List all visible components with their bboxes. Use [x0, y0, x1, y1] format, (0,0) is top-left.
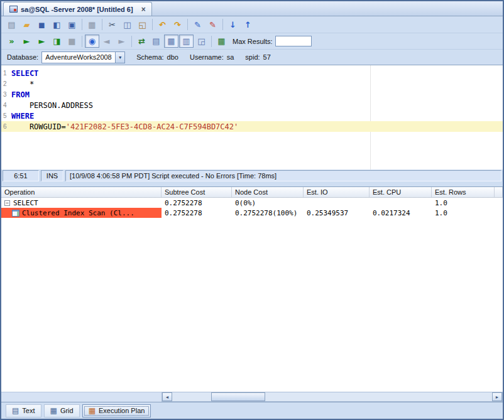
clustered-index-scan-icon [12, 210, 19, 217]
plan-table-header: Operation Subtree Cost Node Cost Est. IO… [1, 187, 503, 198]
tab-execution-plan[interactable]: ▦ Execution Plan [82, 404, 151, 417]
results-text-toggle[interactable]: ▤ [149, 35, 163, 48]
undo-button[interactable]: ↶ [155, 18, 170, 31]
arrow-up-icon: ↑ [244, 21, 251, 29]
execute-fetch-all-button[interactable]: ► [35, 35, 49, 48]
close-tab-icon[interactable]: × [141, 5, 146, 14]
schema-value: dbo [167, 53, 178, 61]
est-io-value [304, 198, 370, 208]
code-line: 1 SELECT [1, 68, 503, 78]
arrow-right-icon: ► [119, 37, 125, 45]
column-header-est-cpu[interactable]: Est. CPU [370, 187, 432, 197]
scrollbar-track[interactable] [172, 392, 492, 401]
save-button[interactable]: ◼ [35, 18, 49, 31]
est-rows-value: 1.0 [432, 198, 495, 208]
next-statement-button[interactable]: ► [114, 35, 129, 48]
paste-button[interactable]: ◱ [135, 18, 150, 31]
cursor-position-field: 6:51 [3, 170, 39, 181]
scrollbar-thumb[interactable] [211, 392, 265, 401]
spid-label: spid: [245, 53, 260, 61]
execution-plan-panel: Operation Subtree Cost Node Cost Est. IO… [1, 186, 503, 402]
save-as-icon: ◧ [53, 21, 60, 29]
save-all-button[interactable]: ▣ [65, 18, 79, 31]
paste-icon: ◱ [138, 21, 146, 29]
status-bar: 6:51 INS [10/9/08 4:06:58 PM PDT] Script… [1, 170, 503, 182]
toolbar-separator [211, 36, 212, 47]
text-results-icon: ▤ [152, 37, 160, 45]
play-fetch-icon: ► [39, 37, 45, 45]
describe-table-button[interactable]: ▦ [214, 35, 229, 48]
code-line: 3 FROM [1, 89, 503, 100]
column-header-est-io[interactable]: Est. IO [304, 187, 370, 197]
redo-button[interactable]: ↷ [170, 18, 185, 31]
export-results-button[interactable]: ◲ [194, 35, 209, 48]
execute-button[interactable]: ► [19, 35, 34, 48]
execute-all-button[interactable]: » [4, 35, 19, 48]
results-single-row-toggle[interactable]: ▥ [179, 35, 194, 48]
cut-button[interactable]: ✂ [105, 18, 119, 31]
pencil-blue-icon: ✎ [194, 21, 201, 29]
plan-row-clustered-index-scan[interactable]: Clustered Index Scan (Cl... 0.2752278 0.… [1, 208, 503, 218]
line-number: 4 [1, 102, 11, 109]
toolbar-separator [82, 36, 82, 47]
username-label: Username: [190, 53, 224, 61]
tab-grid[interactable]: ▦ Grid [44, 404, 80, 417]
print-button[interactable]: ▦ [85, 18, 99, 31]
scrollbar-spacer [1, 392, 162, 402]
swap-arrows-icon: ⇄ [138, 37, 145, 45]
edit-tool-2-button[interactable]: ✎ [205, 18, 220, 31]
code-line: 5 WHERE [1, 110, 503, 121]
save-all-icon: ▣ [68, 21, 75, 29]
copy-button[interactable]: ◫ [120, 18, 134, 31]
row-results-icon: ▥ [182, 37, 190, 45]
reconnect-button[interactable]: ⇄ [134, 35, 149, 48]
save-as-button[interactable]: ◧ [50, 18, 64, 31]
column-header-node-cost[interactable]: Node Cost [232, 187, 304, 197]
scroll-right-icon[interactable]: ► [492, 392, 502, 401]
chevron-down-icon[interactable]: ▼ [115, 52, 124, 63]
column-header-operation[interactable]: Operation [1, 187, 162, 197]
collapse-toggle-icon[interactable]: − [4, 200, 10, 206]
save-icon: ◼ [38, 21, 45, 29]
redo-arrow-icon: ↷ [174, 21, 181, 29]
node-cost-value: 0(0%) [232, 198, 304, 208]
stop-icon: ■ [68, 37, 75, 45]
new-file-button[interactable]: ▤ [4, 18, 19, 31]
tab-text[interactable]: ▤ Text [6, 404, 41, 417]
limit-results-toggle[interactable]: ◉ [85, 35, 99, 48]
sql-editor[interactable]: 1 SELECT 2 * 3 FROM 4 PERSON.ADDRESS 5 W… [1, 65, 503, 170]
execute-batch-button[interactable]: ◨ [50, 35, 64, 48]
document-tab[interactable]: sa@SQL -Server 2008* [Untitled 6] × [3, 2, 152, 16]
previous-statement-button[interactable]: ◄ [99, 35, 114, 48]
database-select[interactable]: AdventureWorks2008 ▼ [41, 51, 125, 63]
sort-descending-button[interactable]: ↑ [241, 18, 255, 31]
arrow-left-icon: ◄ [104, 37, 110, 45]
copy-icon: ◫ [123, 21, 131, 29]
pencil-red-icon: ✎ [209, 21, 216, 29]
max-results-input[interactable] [275, 36, 312, 46]
open-file-button[interactable]: ▰ [19, 18, 34, 31]
status-message-field: [10/9/08 4:06:58 PM PDT] Script executed… [65, 170, 501, 181]
panel-splitter[interactable] [1, 182, 503, 186]
stop-button[interactable]: ■ [65, 35, 79, 48]
horizontal-scrollbar[interactable]: ◄ ► [162, 392, 503, 402]
column-header-est-rows[interactable]: Est. Rows [432, 187, 495, 197]
sort-ascending-button[interactable]: ↓ [226, 18, 240, 31]
est-cpu-value [370, 198, 432, 208]
plan-row-select[interactable]: − SELECT 0.2752278 0(0%) 1.0 [1, 198, 503, 208]
grid-results-icon: ▦ [50, 406, 57, 415]
results-grid-toggle[interactable]: ▦ [164, 35, 178, 48]
column-header-subtree-cost[interactable]: Subtree Cost [162, 187, 232, 197]
execution-plan-icon: ▦ [89, 406, 96, 415]
line-number: 2 [1, 80, 11, 87]
text-results-icon: ▤ [12, 406, 19, 415]
execute-toolbar: »►►◨■ ◉ ◄► ⇄ ▤▦▥◲ ▦ Max Results: [1, 33, 503, 50]
open-folder-icon: ▰ [24, 21, 30, 29]
undo-arrow-icon: ↶ [159, 21, 166, 29]
scroll-left-icon[interactable]: ◄ [162, 392, 172, 401]
plan-table-body [1, 218, 503, 392]
edit-tool-button[interactable]: ✎ [190, 18, 205, 31]
play-icon: ► [24, 37, 30, 45]
username-value: sa [227, 53, 234, 61]
scissors-icon: ✂ [109, 21, 116, 29]
